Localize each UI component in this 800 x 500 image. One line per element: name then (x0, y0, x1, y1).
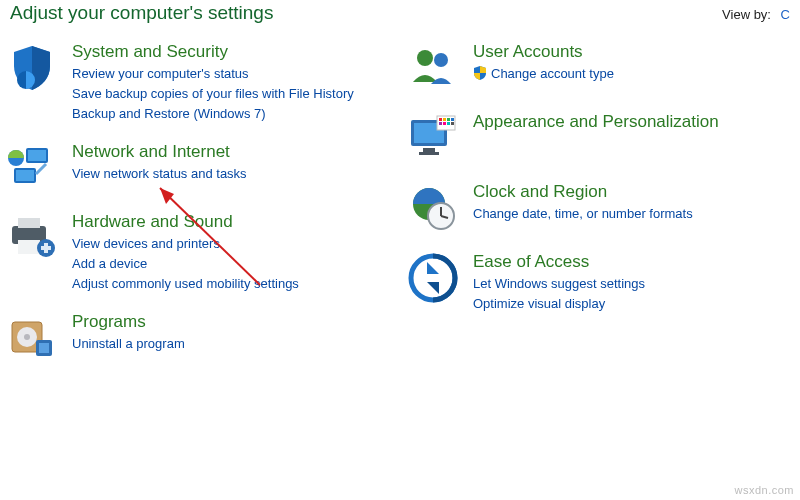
category-title[interactable]: User Accounts (473, 42, 614, 62)
task-link[interactable]: Change account type (473, 64, 614, 84)
left-column: System and Security Review your computer… (6, 42, 403, 382)
svg-rect-5 (16, 170, 34, 181)
category-title[interactable]: Appearance and Personalization (473, 112, 719, 132)
task-link[interactable]: Uninstall a program (72, 334, 185, 354)
category-programs: Programs Uninstall a program (6, 312, 393, 364)
shield-icon (6, 42, 58, 94)
watermark: wsxdn.com (734, 484, 794, 496)
svg-rect-24 (439, 118, 442, 121)
view-by-value: C (781, 7, 790, 22)
category-grid: System and Security Review your computer… (0, 28, 800, 382)
view-by-control[interactable]: View by: C (722, 7, 790, 22)
clock-icon (407, 182, 459, 234)
category-title[interactable]: Hardware and Sound (72, 212, 299, 232)
task-link-label: Change account type (491, 66, 614, 81)
svg-point-17 (417, 50, 433, 66)
svg-rect-7 (18, 218, 40, 228)
task-link[interactable]: Optimize visual display (473, 294, 645, 314)
svg-rect-27 (451, 118, 454, 121)
printer-icon (6, 212, 58, 264)
category-title[interactable]: System and Security (72, 42, 354, 62)
svg-rect-11 (41, 246, 51, 250)
appearance-icon (407, 112, 459, 164)
network-icon (6, 142, 58, 194)
task-link[interactable]: View network status and tasks (72, 164, 247, 184)
header-bar: Adjust your computer's settings View by:… (0, 0, 800, 28)
page-title: Adjust your computer's settings (10, 2, 273, 24)
category-title[interactable]: Clock and Region (473, 182, 693, 202)
svg-point-18 (434, 53, 448, 67)
svg-rect-16 (39, 343, 49, 353)
category-network-internet: Network and Internet View network status… (6, 142, 393, 194)
svg-rect-26 (447, 118, 450, 121)
category-title[interactable]: Network and Internet (72, 142, 247, 162)
task-link[interactable]: View devices and printers (72, 234, 299, 254)
svg-marker-37 (427, 262, 439, 274)
svg-rect-28 (439, 122, 442, 125)
category-title[interactable]: Programs (72, 312, 185, 332)
task-link[interactable]: Review your computer's status (72, 64, 354, 84)
ease-of-access-icon (407, 252, 459, 304)
category-clock-region: Clock and Region Change date, time, or n… (407, 182, 794, 234)
category-appearance: Appearance and Personalization (407, 112, 794, 164)
uac-shield-icon (473, 66, 487, 80)
user-accounts-icon (407, 42, 459, 94)
svg-rect-3 (28, 150, 46, 161)
right-column: User Accounts Change account type (403, 42, 794, 382)
task-link[interactable]: Add a device (72, 254, 299, 274)
svg-rect-8 (18, 240, 40, 254)
task-link[interactable]: Save backup copies of your files with Fi… (72, 84, 354, 104)
svg-rect-29 (443, 122, 446, 125)
task-link[interactable]: Change date, time, or number formats (473, 204, 693, 224)
svg-rect-21 (423, 148, 435, 152)
task-link[interactable]: Backup and Restore (Windows 7) (72, 104, 354, 124)
task-link[interactable]: Let Windows suggest settings (473, 274, 645, 294)
category-title[interactable]: Ease of Access (473, 252, 645, 272)
svg-rect-30 (447, 122, 450, 125)
task-link[interactable]: Adjust commonly used mobility settings (72, 274, 299, 294)
category-user-accounts: User Accounts Change account type (407, 42, 794, 94)
view-by-label: View by: (722, 7, 771, 22)
svg-point-14 (24, 334, 30, 340)
svg-rect-22 (419, 152, 439, 155)
svg-rect-31 (451, 122, 454, 125)
category-system-security: System and Security Review your computer… (6, 42, 393, 124)
svg-rect-25 (443, 118, 446, 121)
programs-icon (6, 312, 58, 364)
category-hardware-sound: Hardware and Sound View devices and prin… (6, 212, 393, 294)
category-ease-of-access: Ease of Access Let Windows suggest setti… (407, 252, 794, 314)
svg-marker-38 (427, 282, 439, 294)
